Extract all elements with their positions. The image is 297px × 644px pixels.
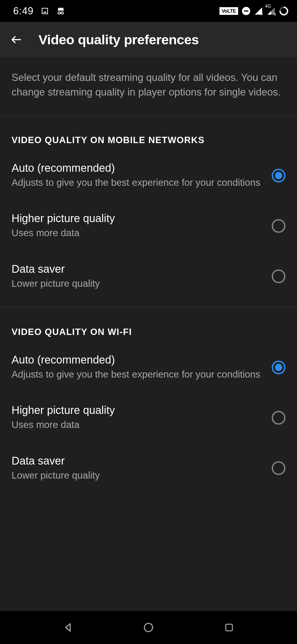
dnd-icon: [242, 7, 250, 15]
volte-badge: VoLTE: [219, 7, 238, 15]
option-mobile-higher[interactable]: Higher picture quality Uses more data: [0, 201, 297, 251]
svg-text:R: R: [261, 13, 263, 15]
option-title: Auto (recommended): [12, 354, 263, 366]
section-header-wifi: VIDEO QUALITY ON WI-FI: [0, 327, 297, 337]
section-mobile: VIDEO QUALITY ON MOBILE NETWORKS Auto (r…: [0, 116, 297, 307]
svg-point-0: [58, 12, 61, 14]
option-wifi-auto[interactable]: Auto (recommended) Adjusts to give you t…: [0, 342, 297, 392]
radio-unselected-icon[interactable]: [272, 461, 285, 475]
status-bar: 6:49 VoLTE R 4G R: [0, 0, 297, 22]
section-header-mobile: VIDEO QUALITY ON MOBILE NETWORKS: [0, 135, 297, 145]
option-wifi-higher[interactable]: Higher picture quality Uses more data: [0, 392, 297, 443]
svg-rect-4: [226, 624, 232, 631]
option-subtitle: Adjusts to give you the best experience …: [12, 368, 263, 381]
status-right: VoLTE R 4G R: [219, 7, 288, 15]
signal-4g-icon: 4G R: [267, 7, 276, 15]
radio-unselected-icon[interactable]: [272, 219, 285, 233]
svg-point-1: [61, 12, 64, 14]
option-subtitle: Uses more data: [12, 226, 263, 239]
status-left: 6:49: [13, 5, 65, 17]
nav-back-button[interactable]: [57, 616, 79, 638]
option-title: Data saver: [12, 263, 263, 275]
option-subtitle: Lower picture quality: [12, 277, 263, 290]
option-mobile-auto[interactable]: Auto (recommended) Adjusts to give you t…: [0, 150, 297, 201]
option-title: Data saver: [12, 455, 263, 467]
option-title: Auto (recommended): [12, 162, 263, 174]
nav-home-button[interactable]: [138, 616, 160, 638]
radio-selected-icon[interactable]: [272, 169, 285, 182]
page-title: Video quality preferences: [38, 32, 199, 47]
svg-point-3: [144, 623, 153, 632]
option-subtitle: Adjusts to give you the best experience …: [12, 176, 263, 189]
description-block: Select your default streaming quality fo…: [0, 57, 297, 116]
nav-recent-button[interactable]: [218, 616, 240, 638]
incognito-icon: [56, 6, 65, 16]
option-title: Higher picture quality: [12, 404, 263, 416]
option-subtitle: Uses more data: [12, 418, 263, 431]
option-mobile-saver[interactable]: Data saver Lower picture quality: [0, 251, 297, 302]
status-time: 6:49: [13, 5, 34, 17]
radio-selected-icon[interactable]: [272, 361, 285, 374]
image-icon: [41, 7, 49, 15]
signal-full-icon: R: [254, 7, 263, 15]
description-text: Select your default streaming quality fo…: [12, 70, 285, 99]
option-title: Higher picture quality: [12, 212, 263, 225]
radio-unselected-icon[interactable]: [272, 411, 285, 425]
navigation-bar: [0, 611, 297, 644]
option-wifi-saver[interactable]: Data saver Lower picture quality: [0, 443, 297, 493]
option-subtitle: Lower picture quality: [12, 469, 263, 482]
section-wifi: VIDEO QUALITY ON WI-FI Auto (recommended…: [0, 307, 297, 499]
loading-spinner-icon: [277, 5, 290, 17]
radio-unselected-icon[interactable]: [272, 269, 285, 283]
back-button[interactable]: [8, 31, 25, 48]
app-bar: Video quality preferences: [0, 22, 297, 57]
